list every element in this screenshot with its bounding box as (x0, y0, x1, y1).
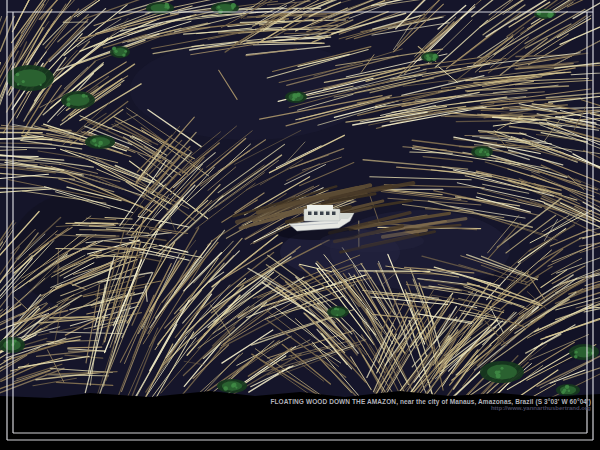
caption-text: FLOATING WOOD DOWN THE AMAZON, near the … (270, 398, 591, 405)
wallpaper: FLOATING WOOD DOWN THE AMAZON, near the … (0, 0, 600, 450)
photo-caption: FLOATING WOOD DOWN THE AMAZON, near the … (270, 398, 591, 412)
aerial-photo-floating-logs (0, 0, 600, 450)
caption-url[interactable]: http://www.yannarthusbertrand.org (270, 405, 591, 412)
